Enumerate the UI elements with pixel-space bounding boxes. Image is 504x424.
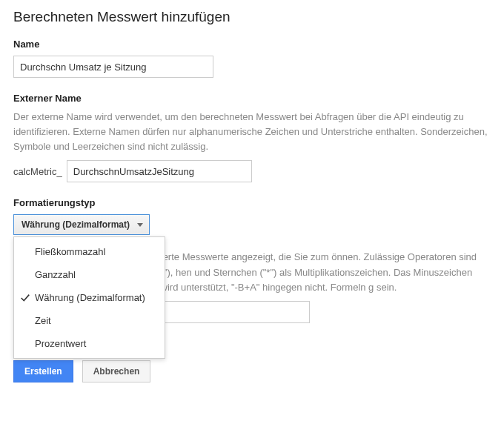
name-label: Name (13, 39, 491, 50)
format-type-dropdown[interactable]: Währung (Dezimalformat) (13, 214, 150, 235)
create-button[interactable]: Erstellen (13, 360, 73, 382)
menu-item-percent[interactable]: Prozentwert (14, 332, 165, 355)
cancel-button[interactable]: Abbrechen (82, 360, 151, 382)
name-input[interactable] (13, 56, 213, 78)
format-type-label: Formatierungstyp (13, 197, 491, 208)
external-name-label: Externer Name (13, 93, 491, 104)
menu-item-label: Ganzzahl (35, 269, 76, 280)
page-title: Berechneten Messwert hinzufügen (13, 9, 491, 25)
check-icon (20, 293, 30, 303)
menu-item-label: Fließkommazahl (35, 246, 105, 257)
menu-item-label: Währung (Dezimalformat) (35, 292, 145, 303)
external-name-input[interactable] (67, 160, 252, 182)
button-row: Erstellen Abbrechen (13, 360, 491, 382)
name-section: Name (13, 39, 491, 78)
format-type-menu: Fließkommazahl Ganzzahl Währung (Dezimal… (13, 236, 165, 359)
menu-item-label: Zeit (35, 315, 51, 326)
external-name-help: Der externe Name wird verwendet, um den … (13, 110, 491, 154)
menu-item-label: Prozentwert (35, 338, 86, 349)
menu-item-float[interactable]: Fließkommazahl (14, 240, 165, 263)
format-type-section: Formatierungstyp Währung (Dezimalformat)… (13, 197, 491, 235)
format-type-selected: Währung (Dezimalformat) (21, 219, 130, 230)
menu-item-currency[interactable]: Währung (Dezimalformat) (14, 286, 165, 309)
menu-item-time[interactable]: Zeit (14, 309, 165, 332)
menu-item-integer[interactable]: Ganzzahl (14, 263, 165, 286)
external-name-prefix: calcMetric_ (13, 166, 62, 177)
external-name-section: Externer Name Der externe Name wird verw… (13, 93, 491, 182)
chevron-down-icon (137, 223, 143, 227)
